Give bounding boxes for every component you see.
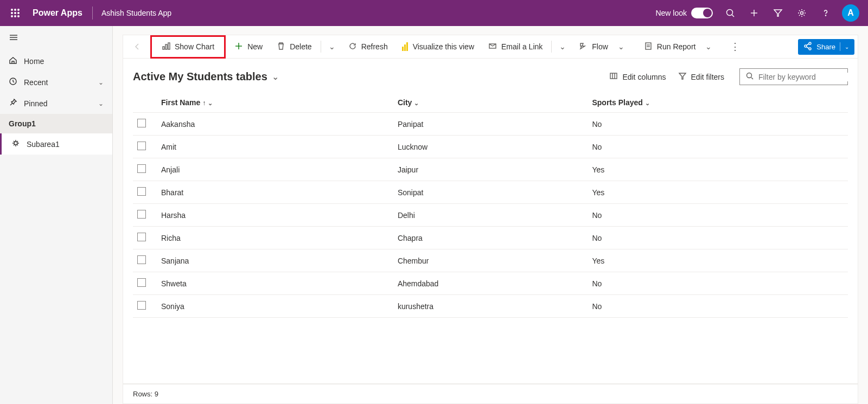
view-title[interactable]: Active My Students tables xyxy=(133,70,267,83)
chevron-down-icon: ⌄ xyxy=(612,39,630,54)
nav-home[interactable]: Home xyxy=(0,50,112,72)
svg-point-4 xyxy=(15,12,16,14)
delete-button[interactable]: Delete xyxy=(270,39,318,55)
new-label: New xyxy=(247,42,263,51)
search-icon[interactable] xyxy=(718,0,742,26)
select-all-header[interactable] xyxy=(133,93,157,113)
table-row[interactable]: SoniyakurushetraNo xyxy=(133,295,848,318)
share-button[interactable]: Share ⌄ xyxy=(798,39,854,55)
report-icon xyxy=(644,42,653,52)
app-name[interactable]: Ashish Students App xyxy=(96,9,177,17)
nav-collapse-icon[interactable] xyxy=(0,26,112,50)
clock-icon xyxy=(9,77,17,87)
user-avatar[interactable]: A xyxy=(842,4,859,22)
flow-button[interactable]: Flow ⌄ xyxy=(572,36,636,57)
table-row[interactable]: AakanshaPanipatNo xyxy=(133,113,848,136)
svg-point-15 xyxy=(825,15,826,16)
table-row[interactable]: SanjanaChemburYes xyxy=(133,249,848,272)
keyword-filter[interactable] xyxy=(739,68,848,85)
svg-point-2 xyxy=(18,9,20,11)
table-row[interactable]: HarshaDelhiNo xyxy=(133,204,848,227)
svg-point-37 xyxy=(747,73,752,78)
svg-rect-33 xyxy=(610,73,617,79)
new-button[interactable]: New xyxy=(228,39,269,55)
svg-rect-22 xyxy=(165,44,167,49)
svg-rect-23 xyxy=(168,43,170,49)
column-sports-played[interactable]: Sports Played⌄ xyxy=(588,93,848,113)
flow-icon xyxy=(579,42,588,52)
delete-split-chevron[interactable]: ⌄ xyxy=(323,39,341,54)
help-icon[interactable] xyxy=(814,0,838,26)
show-chart-button[interactable]: Show Chart xyxy=(155,39,221,55)
svg-point-14 xyxy=(801,12,803,15)
table-row[interactable]: AnjaliJaipurYes xyxy=(133,158,848,181)
cell-first-name: Soniya xyxy=(157,295,393,318)
column-header-row: First Name ↑⌄ City⌄ Sports Played⌄ xyxy=(133,93,848,113)
visualize-label: Visualize this view xyxy=(413,42,474,51)
sitemap-nav: Home Recent ⌄ Pinned ⌄ Group1 Subarea1 xyxy=(0,26,113,404)
row-checkbox[interactable] xyxy=(137,301,146,310)
nav-pinned[interactable]: Pinned ⌄ xyxy=(0,93,112,114)
row-checkbox[interactable] xyxy=(137,187,146,196)
content-area: Show Chart New Delete ⌄ Refresh Visualiz… xyxy=(113,26,868,404)
table-row[interactable]: ShwetaAhemdabadNo xyxy=(133,272,848,295)
new-look-toggle-group: New look xyxy=(655,8,713,18)
column-first-name[interactable]: First Name ↑⌄ xyxy=(157,93,393,113)
svg-point-8 xyxy=(18,16,20,17)
email-label: Email a Link xyxy=(501,42,542,51)
nav-subarea-active[interactable]: Subarea1 xyxy=(0,133,112,155)
email-link-button[interactable]: Email a Link xyxy=(482,39,549,55)
table-row[interactable]: BharatSonipatYes xyxy=(133,181,848,204)
row-checkbox[interactable] xyxy=(137,142,146,150)
cell-first-name: Anjali xyxy=(157,158,393,181)
keyword-filter-input[interactable] xyxy=(758,73,853,81)
refresh-icon xyxy=(348,42,357,52)
row-count: Rows: 9 xyxy=(133,390,158,398)
column-city[interactable]: City⌄ xyxy=(393,93,588,113)
edit-columns-button[interactable]: Edit columns xyxy=(609,72,666,82)
row-checkbox[interactable] xyxy=(137,255,146,264)
email-split-chevron[interactable]: ⌄ xyxy=(554,39,571,54)
search-icon xyxy=(745,72,754,82)
filter-icon[interactable] xyxy=(766,0,790,26)
svg-marker-13 xyxy=(774,10,782,16)
nav-subarea-label: Subarea1 xyxy=(27,140,60,149)
table-row[interactable]: AmitLucknowNo xyxy=(133,136,848,158)
cell-city: Lucknow xyxy=(393,136,588,158)
new-look-toggle[interactable] xyxy=(691,8,713,18)
chevron-down-icon: ⌄ xyxy=(208,100,213,106)
chevron-down-icon: ⌄ xyxy=(98,79,104,86)
share-label: Share xyxy=(816,43,835,51)
svg-point-3 xyxy=(11,12,13,14)
cell-city: Delhi xyxy=(393,204,588,227)
back-button[interactable] xyxy=(126,39,148,54)
row-checkbox[interactable] xyxy=(137,278,146,287)
separator xyxy=(551,41,552,53)
nav-recent[interactable]: Recent ⌄ xyxy=(0,72,112,93)
cell-first-name: Amit xyxy=(157,136,393,158)
row-checkbox[interactable] xyxy=(137,210,146,219)
refresh-button[interactable]: Refresh xyxy=(342,39,394,55)
table-row[interactable]: RichaChapraNo xyxy=(133,227,848,249)
row-checkbox[interactable] xyxy=(137,164,146,173)
edit-filters-button[interactable]: Edit filters xyxy=(678,72,724,82)
header-divider xyxy=(92,7,93,20)
view-selector-chevron[interactable]: ⌄ xyxy=(272,72,279,82)
show-chart-label: Show Chart xyxy=(175,42,214,51)
svg-point-5 xyxy=(18,12,20,14)
settings-icon[interactable] xyxy=(790,0,814,26)
row-checkbox[interactable] xyxy=(137,233,146,241)
row-checkbox[interactable] xyxy=(137,119,146,127)
add-icon[interactable] xyxy=(742,0,766,26)
app-launcher-icon[interactable] xyxy=(4,2,26,24)
view-header: Active My Students tables ⌄ Edit columns… xyxy=(123,59,858,93)
cell-city: Chembur xyxy=(393,249,588,272)
run-report-button[interactable]: Run Report ⌄ xyxy=(637,36,724,57)
chart-icon xyxy=(162,42,170,52)
cell-city: Ahemdabad xyxy=(393,272,588,295)
visualize-button[interactable]: Visualize this view xyxy=(395,39,481,54)
pin-icon xyxy=(9,98,17,108)
cell-first-name: Aakansha xyxy=(157,113,393,136)
data-grid: First Name ↑⌄ City⌄ Sports Played⌄ Aakan… xyxy=(123,93,858,384)
overflow-menu[interactable]: ⋮ xyxy=(725,39,746,55)
